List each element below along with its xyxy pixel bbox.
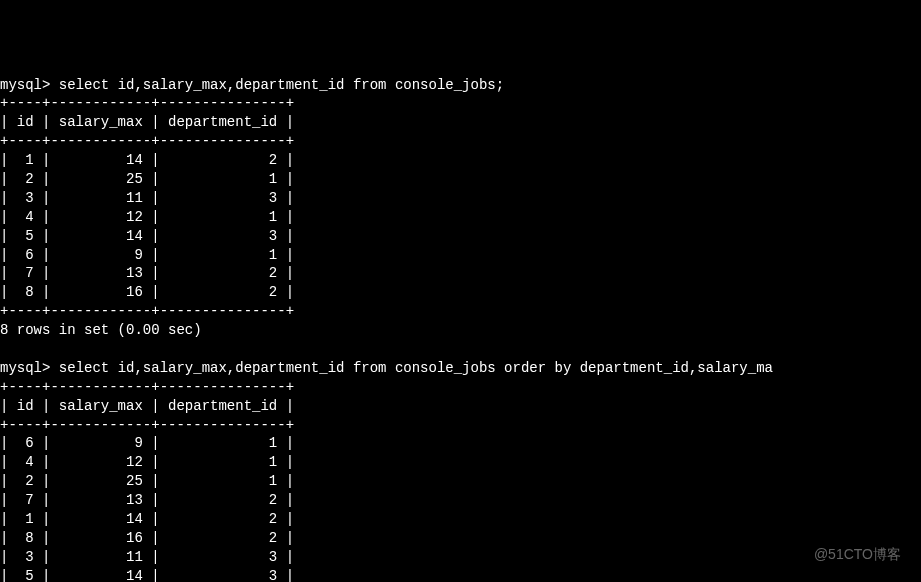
query2-prompt: mysql> select id,salary_max,department_i… <box>0 360 773 376</box>
watermark: @51CTO博客 <box>814 545 901 564</box>
query1-footer: 8 rows in set (0.00 sec) <box>0 322 202 338</box>
query1-prompt: mysql> select id,salary_max,department_i… <box>0 77 504 93</box>
query2-table: +----+------------+---------------+ | id… <box>0 379 294 582</box>
query1-table: +----+------------+---------------+ | id… <box>0 95 294 319</box>
terminal-output: mysql> select id,salary_max,department_i… <box>0 76 921 582</box>
